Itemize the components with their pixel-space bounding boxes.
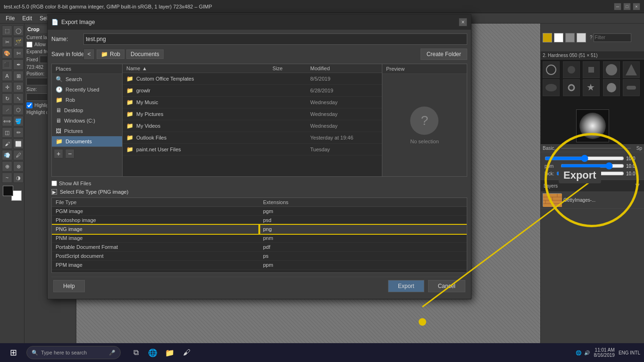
filetype-row-psd[interactable]: Photoshop image psd (52, 216, 467, 225)
folder-icon: 📁 (126, 99, 133, 106)
search-bar[interactable]: 🔍 Type here to search 🎤 (26, 346, 121, 359)
place-documents-label: Documents (66, 139, 92, 144)
place-rob[interactable]: 📁 Rob (52, 95, 122, 105)
breadcrumb-documents[interactable]: Documents (126, 49, 164, 59)
filetype-ps-name: PostScript document (52, 252, 259, 261)
place-recently-used-label: Recently Used (66, 87, 99, 92)
files-header-modified[interactable]: Modified (306, 64, 382, 73)
filetype-row-ps[interactable]: PostScript document ps (52, 252, 467, 261)
export-button[interactable]: Export (388, 280, 424, 292)
file-row-paintnet[interactable]: 📁 paint.net User Files Tuesday (123, 144, 382, 156)
file-size (269, 113, 306, 115)
sort-icon: ▲ (142, 66, 147, 71)
file-row-outlook[interactable]: 📁 Outlook Files Yesterday at 19:46 (123, 132, 382, 144)
place-windows[interactable]: 🖥 Windows (C:) (52, 115, 122, 126)
file-modified: 6/28/2019 (306, 87, 382, 94)
file-modified: Wednesday (306, 99, 382, 106)
help-button[interactable]: Help (53, 280, 85, 292)
filetype-png-ext: png (259, 225, 467, 234)
filetype-label: Select File Type (PNG image) (60, 189, 128, 195)
filetype-toggle-row[interactable]: ▶ Select File Type (PNG image) (51, 189, 467, 195)
filetype-ppm-ext: ppm (259, 261, 467, 270)
back-button[interactable]: < (83, 49, 95, 60)
breadcrumb-rob[interactable]: 📁 Rob (97, 49, 124, 59)
filetype-row-pgm[interactable]: PGM image pgm (52, 207, 467, 216)
pictures-icon: 🖼 (56, 128, 61, 134)
chrome-icon[interactable]: 🌐 (145, 345, 160, 360)
place-desktop-label: Desktop (64, 107, 83, 113)
file-name-my-pictures: 📁 My Pictures (123, 110, 269, 118)
clock-time: 11:01 AM (594, 347, 615, 353)
taskbar-datetime[interactable]: 11:01 AM 8/16/2019 (594, 347, 615, 358)
dot-connector (419, 318, 426, 326)
file-name-outlook: 📁 Outlook Files (123, 133, 269, 142)
place-desktop[interactable]: 🖥 Desktop (52, 105, 122, 115)
filetype-pgm-ext: pgm (259, 207, 467, 216)
gimp-taskbar-icon[interactable]: 🖌 (179, 345, 194, 360)
file-row-growlr[interactable]: 📁 growlr 6/28/2019 (123, 85, 382, 97)
preview-header: Preview (382, 64, 467, 74)
volume-icon[interactable]: 🔊 (584, 350, 590, 355)
taskbar-icons: ⧉ 🌐 📁 🖌 (128, 345, 194, 360)
filetype-row-png[interactable]: PNG image png (52, 225, 467, 234)
folder-icon: 📁 (126, 146, 133, 153)
add-place-button[interactable]: + (54, 149, 63, 158)
language-indicator[interactable]: ENG INTL (619, 350, 640, 355)
folder-icon: 📁 (126, 111, 133, 117)
dialog-body: Name: Save in folder: < 📁 Rob Documents … (48, 30, 471, 299)
place-recently-used[interactable]: 🕐 Recently Used (52, 84, 122, 95)
file-row-my-videos[interactable]: 📁 My Videos Wednesday (123, 120, 382, 132)
file-name-text: My Pictures (136, 111, 163, 117)
folder-icon-rob: 📁 (101, 51, 108, 58)
file-name-text: paint.net User Files (136, 147, 181, 152)
microphone-icon: 🎤 (109, 350, 116, 356)
create-folder-button[interactable]: Create Folder (421, 49, 467, 60)
files-header: Name ▲ Size Modified (123, 64, 382, 73)
filetype-ppm-name: PPM image (52, 261, 259, 270)
start-button[interactable]: ⊞ (4, 343, 23, 362)
show-all-files-label[interactable]: Show All Files (51, 181, 91, 186)
remove-place-button[interactable]: − (65, 149, 74, 158)
files-header-name[interactable]: Name ▲ (123, 64, 269, 73)
export-callout-label: Export (559, 167, 601, 183)
show-all-files-checkbox[interactable] (51, 181, 57, 186)
file-row-my-music[interactable]: 📁 My Music Wednesday (123, 97, 382, 108)
files-header-size[interactable]: Size (269, 64, 306, 73)
dialog-title: 📄 Export Image (51, 19, 95, 25)
name-input[interactable] (83, 33, 467, 45)
dialog-title-text: Export Image (61, 19, 95, 25)
filetype-pnm-name: PNM image (52, 234, 259, 243)
col-extensions[interactable]: Extensions (259, 198, 467, 207)
file-row-custom-office[interactable]: 📁 Custom Office Templates 8/5/2019 (123, 73, 382, 85)
col-file-type[interactable]: File Type (52, 198, 259, 207)
filetype-row-pnm[interactable]: PNM image pnm (52, 234, 467, 243)
task-view-icon[interactable]: ⧉ (128, 345, 143, 360)
no-selection-text: No selection (410, 139, 439, 144)
filetype-row-ppm[interactable]: PPM image ppm (52, 261, 467, 270)
file-name-my-videos: 📁 My Videos (123, 122, 269, 130)
place-documents[interactable]: 📁 Documents (52, 136, 122, 147)
places-header: Places (52, 64, 122, 74)
filetype-pgm-name: PGM image (52, 207, 259, 216)
file-name-paintnet: 📁 paint.net User Files (123, 145, 269, 154)
cancel-button[interactable]: Cancel (428, 280, 465, 292)
file-modified: Yesterday at 19:46 (306, 134, 382, 141)
dialog-close-button[interactable]: × (459, 18, 467, 26)
dialog-overlay: 📄 Export Image × Name: Save in folder: <… (0, 0, 644, 362)
place-pictures-label: Pictures (64, 128, 83, 134)
filetype-table: File Type Extensions PGM image pgm Photo… (51, 197, 467, 273)
network-icon[interactable]: 🌐 (576, 350, 581, 355)
filetype-pnm-ext: pnm (259, 234, 467, 243)
file-modified: Tuesday (306, 146, 382, 153)
system-tray: 🌐 🔊 (576, 350, 590, 355)
file-row-my-pictures[interactable]: 📁 My Pictures Wednesday (123, 108, 382, 120)
filetype-psd-name: Photoshop image (52, 216, 259, 225)
explorer-icon[interactable]: 📁 (162, 345, 177, 360)
rob-folder-icon: 📁 (56, 97, 63, 103)
dialog-title-bar: 📄 Export Image × (48, 15, 471, 30)
place-search[interactable]: 🔍 Search (52, 74, 122, 84)
filetype-row-pdf[interactable]: Portable Document Format pdf (52, 243, 467, 252)
filetype-toggle-icon[interactable]: ▶ (51, 189, 57, 195)
place-pictures[interactable]: 🖼 Pictures (52, 126, 122, 136)
places-footer: + − (52, 147, 122, 160)
